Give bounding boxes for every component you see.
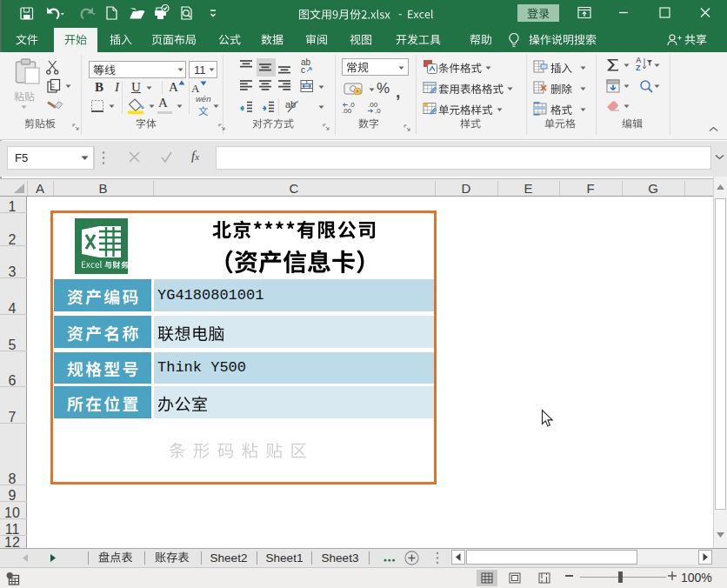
svg-text:.00: .00 [342, 107, 352, 114]
svg-text:.0: .0 [375, 107, 381, 114]
svg-text:c: c [301, 66, 305, 74]
